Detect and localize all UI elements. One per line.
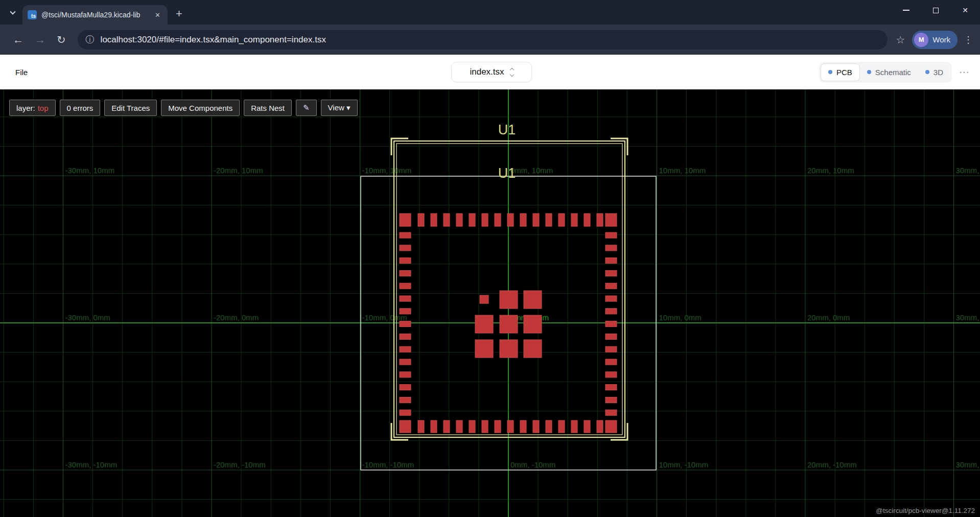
svg-text:-30mm, -10mm: -30mm, -10mm [65, 460, 118, 469]
pcb-toolbar: layer: top 0 errors Edit Traces Move Com… [9, 100, 358, 116]
profile-chip[interactable]: M Work [912, 31, 958, 49]
window-close-button[interactable]: ✕ [950, 0, 980, 20]
back-icon[interactable]: ← [13, 34, 24, 46]
edit-traces-button[interactable]: Edit Traces [104, 100, 157, 116]
window-minimize-button[interactable] [891, 0, 921, 20]
layer-value: top [38, 104, 49, 112]
tab-title: @tsci/MustafaMulla29.kicad-lib [41, 11, 149, 19]
url-bar[interactable]: ⓘ localhost:3020/#file=index.tsx&main_co… [78, 30, 888, 50]
svg-text:10mm, 0mm: 10mm, 0mm [659, 313, 702, 322]
svg-text:-10mm, 0mm: -10mm, 0mm [362, 313, 407, 322]
svg-text:-20mm, 0mm: -20mm, 0mm [214, 313, 259, 322]
svg-text:-10mm, 10mm: -10mm, 10mm [362, 166, 412, 175]
browser-tab-strip: ts @tsci/MustafaMulla29.kicad-lib ✕ + ✕ [0, 0, 980, 25]
schematic-dot-icon [867, 70, 871, 74]
pcb-dot-icon [828, 70, 832, 74]
tab-favicon-ts-icon: ts [28, 10, 37, 19]
tab-3d[interactable]: 3D [918, 64, 950, 81]
site-info-icon[interactable]: ⓘ [86, 34, 95, 45]
move-components-button[interactable]: Move Components [161, 100, 240, 116]
rats-nest-button[interactable]: Rats Nest [244, 100, 292, 116]
svg-text:0mm, -10mm: 0mm, -10mm [510, 460, 555, 469]
errors-button[interactable]: 0 errors [60, 100, 101, 116]
svg-text:U1: U1 [498, 122, 516, 137]
file-menu[interactable]: File [12, 66, 31, 79]
pcb-drawing: -30mm, 10mm-20mm, 10mm-10mm, 10mm0mm, 10… [0, 89, 980, 517]
browser-menu-icon[interactable]: ⋮ [964, 34, 973, 45]
svg-text:20mm, -10mm: 20mm, -10mm [807, 460, 857, 469]
reload-icon[interactable]: ↻ [57, 34, 66, 46]
svg-text:0mm, 10mm: 0mm, 10mm [510, 166, 553, 175]
svg-text:-30mm, 10mm: -30mm, 10mm [65, 166, 115, 175]
forward-icon[interactable]: → [35, 34, 45, 46]
app-header: File index.tsx PCB Schematic 3D ⋯ [0, 55, 980, 89]
svg-text:30mm, -10mm: 30mm, -10mm [956, 460, 980, 469]
threed-dot-icon [925, 70, 929, 74]
file-select[interactable]: index.tsx [451, 62, 532, 82]
svg-text:U1: U1 [498, 166, 516, 181]
tab-search-icon[interactable] [6, 6, 19, 19]
view-dropdown-button[interactable]: View ▾ [321, 100, 358, 116]
bookmark-star-icon[interactable]: ☆ [896, 34, 905, 46]
svg-text:30mm, 10mm: 30mm, 10mm [956, 166, 980, 175]
pcb-canvas[interactable]: -30mm, 10mm-20mm, 10mm-10mm, 10mm0mm, 10… [0, 89, 980, 517]
select-updown-icon [510, 68, 514, 76]
pencil-icon: ✎ [303, 103, 310, 112]
avatar: M [914, 33, 928, 47]
svg-text:10mm, -10mm: 10mm, -10mm [659, 460, 709, 469]
svg-text:20mm, 0mm: 20mm, 0mm [807, 313, 850, 322]
browser-tab[interactable]: ts @tsci/MustafaMulla29.kicad-lib ✕ [22, 5, 168, 25]
new-tab-button[interactable]: + [176, 7, 182, 20]
view-switcher: PCB Schematic 3D [819, 62, 952, 83]
svg-text:-20mm, -10mm: -20mm, -10mm [214, 460, 266, 469]
svg-text:-20mm, 10mm: -20mm, 10mm [214, 166, 263, 175]
svg-text:-30mm, 0mm: -30mm, 0mm [65, 313, 110, 322]
window-maximize-button[interactable] [921, 0, 950, 20]
svg-text:20mm, 10mm: 20mm, 10mm [807, 166, 854, 175]
tab-pcb[interactable]: PCB [821, 63, 860, 81]
svg-text:-10mm, -10mm: -10mm, -10mm [362, 460, 414, 469]
svg-text:30mm, 0mm: 30mm, 0mm [956, 313, 980, 322]
file-select-value: index.tsx [470, 67, 504, 77]
tab-close-icon[interactable]: ✕ [153, 10, 162, 20]
header-overflow-icon[interactable]: ⋯ [959, 66, 970, 78]
svg-text:10mm, 10mm: 10mm, 10mm [659, 166, 706, 175]
url-text: localhost:3020/#file=index.tsx&main_comp… [101, 35, 326, 45]
window-controls: ✕ [891, 0, 980, 20]
edit-pencil-button[interactable]: ✎ [296, 100, 317, 116]
tab-schematic[interactable]: Schematic [860, 64, 918, 81]
viewer-version-text: @tscircuit/pcb-viewer@1.11.272 [876, 507, 975, 514]
layer-button[interactable]: layer: top [9, 100, 56, 116]
browser-navbar: ← → ↻ ⓘ localhost:3020/#file=index.tsx&m… [0, 25, 980, 55]
profile-name: Work [932, 35, 950, 44]
